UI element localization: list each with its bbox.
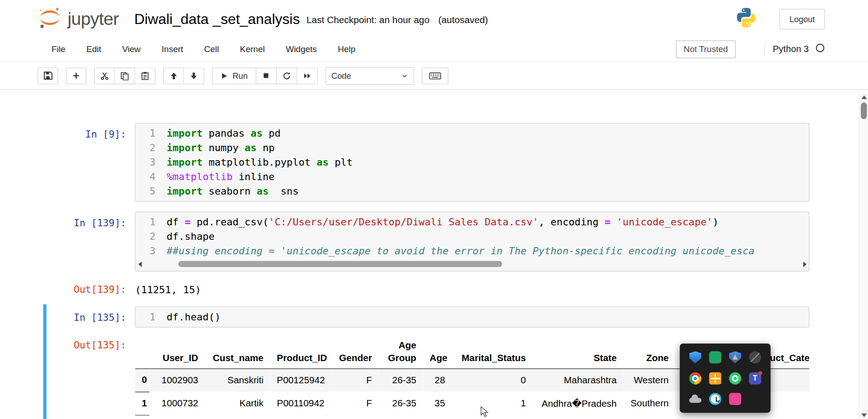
code-editor[interactable]: 12345 import pandas as pdimport numpy as… xyxy=(135,123,809,202)
column-header: User_ID xyxy=(150,336,205,368)
notebook-header: jupyter Diwali_data _set_analysis Last C… xyxy=(0,0,868,37)
column-header: State xyxy=(533,336,623,368)
output-text: (11251, 15) xyxy=(135,278,201,295)
table-cell: 0 xyxy=(452,369,533,392)
code-content: df = pd.read_csv('C:/Users/user/Desktop/… xyxy=(161,215,809,258)
input-prompt: In [9]: xyxy=(31,123,135,140)
restart-kernel-button[interactable] xyxy=(277,67,297,84)
column-header: Product_ID xyxy=(270,336,331,368)
column-header: Gender xyxy=(331,336,378,368)
logout-button[interactable]: Logout xyxy=(779,9,825,29)
column-header: Age Group xyxy=(379,336,423,368)
output-cell: Out[139]: (11251, 15) xyxy=(31,278,810,295)
chevron-down-icon xyxy=(401,72,408,79)
menu-item-file[interactable]: File xyxy=(41,38,76,60)
move-cell-down-button[interactable] xyxy=(184,67,204,84)
green-circle-icon[interactable] xyxy=(725,369,745,388)
menu-item-insert[interactable]: Insert xyxy=(151,38,193,60)
add-cell-button[interactable] xyxy=(66,67,86,84)
system-tray-popup xyxy=(680,343,771,413)
green-tile-icon[interactable] xyxy=(705,348,725,367)
menu-item-cell[interactable]: Cell xyxy=(193,38,229,60)
menu-items: FileEditViewInsertCellKernelWidgetsHelp xyxy=(41,38,366,60)
shield-alert-icon[interactable] xyxy=(725,348,745,367)
line-numbers: 123 xyxy=(136,215,161,258)
table-cell: 26-35 xyxy=(379,392,423,415)
table-cell: 28 xyxy=(423,369,452,392)
kernel-idle-indicator-icon xyxy=(816,43,825,55)
column-header xyxy=(135,336,150,368)
menu-item-view[interactable]: View xyxy=(112,38,151,60)
table-cell: Southern xyxy=(623,392,675,415)
code-editor[interactable]: 1 df.head() xyxy=(135,306,809,328)
code-cell: In [9]: 12345 import pandas as pdimport … xyxy=(31,123,810,202)
shield-icon[interactable] xyxy=(685,348,705,367)
paste-cell-button[interactable] xyxy=(135,67,156,84)
column-header: Marital_Status xyxy=(452,336,533,368)
table-cell: 26-35 xyxy=(379,369,423,392)
interrupt-kernel-button[interactable] xyxy=(256,67,276,84)
code-cell: In [139]: 123 df = pd.read_csv('C:/Users… xyxy=(31,212,810,271)
run-button[interactable]: Run xyxy=(212,67,256,84)
command-palette-button[interactable] xyxy=(421,67,448,84)
notebook-title[interactable]: Diwali_data _set_analysis xyxy=(134,10,300,28)
copy-cell-button[interactable] xyxy=(114,67,135,84)
column-header: Cust_name xyxy=(205,336,270,368)
table-cell: Western xyxy=(623,369,675,392)
save-button[interactable] xyxy=(38,67,58,84)
row-index: 0 xyxy=(135,369,150,392)
table-cell: 35 xyxy=(423,392,452,415)
row-index: 1 xyxy=(135,392,150,415)
column-header: Age xyxy=(423,336,452,368)
scroll-left-arrow-icon[interactable] xyxy=(136,260,144,268)
cloud-icon[interactable] xyxy=(685,390,705,409)
hidden-app-icon[interactable] xyxy=(745,348,765,367)
menu-item-edit[interactable]: Edit xyxy=(76,38,112,60)
horizontal-scrollbar[interactable] xyxy=(136,260,809,268)
run-button-label: Run xyxy=(232,71,248,81)
kernel-divider xyxy=(764,43,765,56)
scrollbar-track[interactable] xyxy=(144,261,800,268)
checkpoint-status: Last Checkpoint: an hour ago xyxy=(307,15,429,26)
table-cell: F xyxy=(331,392,378,415)
code-content: import pandas as pdimport numpy as npimp… xyxy=(161,126,809,198)
move-cell-up-button[interactable] xyxy=(163,67,184,84)
input-prompt: In [139]: xyxy=(31,212,135,229)
cell-type-value: Code xyxy=(331,71,351,81)
table-cell: 1002903 xyxy=(150,369,205,392)
pink-tile-icon[interactable] xyxy=(725,390,745,409)
table-cell: 1000732 xyxy=(150,392,205,415)
scrollbar-thumb[interactable] xyxy=(861,103,867,119)
restart-run-all-button[interactable] xyxy=(297,67,317,84)
menu-item-help[interactable]: Help xyxy=(327,38,366,60)
scroll-right-arrow-icon[interactable] xyxy=(801,260,809,268)
cut-cell-button[interactable] xyxy=(94,67,114,84)
cell-type-dropdown[interactable]: Code xyxy=(325,67,414,85)
scrollbar-thumb[interactable] xyxy=(178,261,502,267)
kernel-name: Python 3 xyxy=(773,44,809,54)
scroll-down-arrow-icon[interactable] xyxy=(859,411,868,419)
menubar: FileEditViewInsertCellKernelWidgetsHelp … xyxy=(0,37,868,62)
jupyter-logo[interactable]: jupyter xyxy=(38,5,118,32)
toolbar: Run Code xyxy=(0,62,868,90)
input-prompt: In [135]: xyxy=(31,306,135,323)
orange-tile-icon[interactable] xyxy=(705,369,725,388)
selected-cell-indicator xyxy=(43,304,47,419)
code-content: df.head() xyxy=(161,309,809,324)
menu-item-widgets[interactable]: Widgets xyxy=(275,38,327,60)
scroll-up-arrow-icon[interactable] xyxy=(859,93,868,101)
not-trusted-button[interactable]: Not Trusted xyxy=(676,40,736,58)
vertical-scrollbar[interactable] xyxy=(859,93,868,419)
column-header: Zone xyxy=(623,336,675,368)
menu-item-kernel[interactable]: Kernel xyxy=(230,38,275,60)
line-numbers: 12345 xyxy=(136,126,161,198)
clock-icon[interactable] xyxy=(705,390,725,409)
table-cell: 1 xyxy=(452,392,533,415)
chrome-icon[interactable] xyxy=(685,369,705,388)
teams-icon[interactable] xyxy=(745,369,765,388)
code-editor[interactable]: 123 df = pd.read_csv('C:/Users/user/Desk… xyxy=(135,212,809,271)
table-cell: Maharashtra xyxy=(533,369,623,392)
output-prompt: Out[139]: xyxy=(31,278,135,295)
table-cell: Sanskriti xyxy=(205,369,270,392)
jupyter-logo-icon xyxy=(38,5,62,32)
